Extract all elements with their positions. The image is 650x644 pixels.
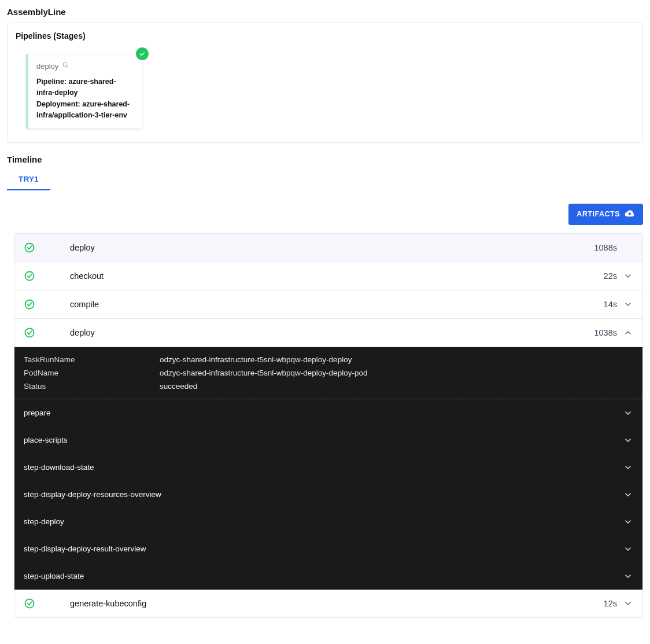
pipeline-stage-name: deploy [36, 62, 58, 71]
meta-row-podname: PodName odzyc-shared-infrastructure-t5sn… [24, 366, 633, 380]
cloud-download-icon [625, 208, 635, 220]
pipelines-stages-panel: Pipelines (Stages) deploy Pipeline: azur… [7, 23, 643, 143]
chevron-down-icon[interactable] [623, 299, 633, 310]
chevron-down-icon[interactable] [623, 571, 633, 582]
timeline-list: deploy 1088s checkout 22s compile 14s de… [14, 233, 643, 618]
check-circle-outline-icon [24, 327, 35, 338]
svg-line-1 [67, 66, 68, 68]
chevron-down-icon[interactable] [623, 598, 633, 609]
meta-val: succeeded [160, 382, 197, 391]
step-name: step-download-state [24, 463, 623, 472]
meta-key: TaskRunName [24, 355, 160, 364]
artifacts-button[interactable]: ARTIFACTS [568, 204, 643, 225]
pipelines-stages-label: Pipelines (Stages) [16, 31, 634, 41]
check-circle-outline-icon [24, 242, 35, 253]
deploy-meta: TaskRunName odzyc-shared-infrastructure-… [14, 347, 642, 399]
row-name: checkout [70, 271, 604, 281]
step-name: step-upload-state [24, 572, 623, 580]
timeline-row-compile[interactable]: compile 14s [14, 290, 642, 319]
artifacts-label: ARTIFACTS [577, 210, 620, 218]
svg-point-2 [25, 243, 34, 252]
assemblyline-title: AssemblyLine [7, 7, 643, 17]
step-row-place-scripts[interactable]: place-scripts [14, 426, 642, 454]
check-circle-outline-icon [24, 299, 35, 310]
meta-row-taskrunname: TaskRunName odzyc-shared-infrastructure-… [24, 353, 633, 366]
pipeline-label: Pipeline: [36, 78, 67, 86]
tab-try1[interactable]: TRY1 [7, 169, 50, 190]
check-circle-icon [136, 47, 149, 60]
step-row-deploy[interactable]: step-deploy [14, 508, 642, 535]
meta-key: PodName [24, 369, 160, 377]
timeline-tabs: TRY1 [7, 169, 643, 191]
timeline-row-checkout[interactable]: checkout 22s [14, 262, 642, 290]
row-name: deploy [70, 243, 594, 252]
pipeline-card-body: Pipeline: azure-shared-infra-deploy Depl… [36, 76, 134, 122]
row-name: compile [70, 300, 604, 309]
timeline-row-deploy-summary[interactable]: deploy 1088s [14, 234, 642, 262]
chevron-down-icon[interactable] [623, 544, 633, 554]
chevron-down-icon[interactable] [623, 435, 633, 446]
timeline-row-deploy[interactable]: deploy 1038s [14, 319, 642, 347]
svg-point-5 [25, 328, 34, 337]
step-row-display-deploy-result-overview[interactable]: step-display-deploy-result-overview [14, 535, 642, 562]
svg-point-3 [25, 271, 34, 280]
chevron-down-icon[interactable] [623, 462, 633, 473]
svg-point-0 [63, 62, 67, 67]
svg-point-6 [25, 599, 34, 608]
step-name: prepare [24, 409, 623, 417]
check-circle-outline-icon [24, 270, 35, 282]
meta-key: Status [24, 382, 160, 391]
timeline-row-generate-kubeconfig[interactable]: generate-kubeconfig 12s [14, 590, 642, 617]
chevron-down-icon[interactable] [623, 517, 633, 527]
step-row-download-state[interactable]: step-download-state [14, 454, 642, 481]
chevron-down-icon[interactable] [623, 271, 633, 281]
meta-val: odzyc-shared-infrastructure-t5snl-wbpqw-… [160, 355, 352, 364]
meta-val: odzyc-shared-infrastructure-t5snl-wbpqw-… [160, 369, 367, 377]
step-name: step-deploy [24, 517, 623, 526]
step-row-upload-state[interactable]: step-upload-state [14, 562, 642, 590]
svg-point-4 [25, 300, 34, 308]
timeline-title: Timeline [7, 154, 643, 164]
step-name: step-display-deploy-result-overview [24, 544, 623, 553]
row-duration: 22s [604, 271, 617, 281]
chevron-up-icon[interactable] [623, 327, 633, 338]
step-name: step-display-deploy-resources-overview [24, 490, 623, 499]
row-duration: 1038s [594, 328, 617, 337]
row-name: deploy [70, 328, 594, 337]
pipeline-card[interactable]: deploy Pipeline: azure-shared-infra-depl… [26, 54, 142, 128]
step-name: place-scripts [24, 436, 623, 444]
check-circle-outline-icon [24, 598, 35, 609]
search-icon[interactable] [62, 61, 69, 71]
row-duration: 12s [604, 599, 617, 608]
row-name: generate-kubeconfig [70, 599, 604, 608]
meta-row-status: Status succeeded [24, 380, 633, 393]
row-duration: 1088s [594, 243, 617, 252]
step-row-prepare[interactable]: prepare [14, 399, 642, 426]
chevron-down-icon[interactable] [623, 408, 633, 418]
row-duration: 14s [604, 300, 617, 309]
chevron-down-icon[interactable] [623, 490, 633, 500]
step-row-display-deploy-resources-overview[interactable]: step-display-deploy-resources-overview [14, 481, 642, 508]
deploy-details: TaskRunName odzyc-shared-infrastructure-… [14, 347, 642, 590]
deployment-label: Deployment: [36, 100, 80, 108]
